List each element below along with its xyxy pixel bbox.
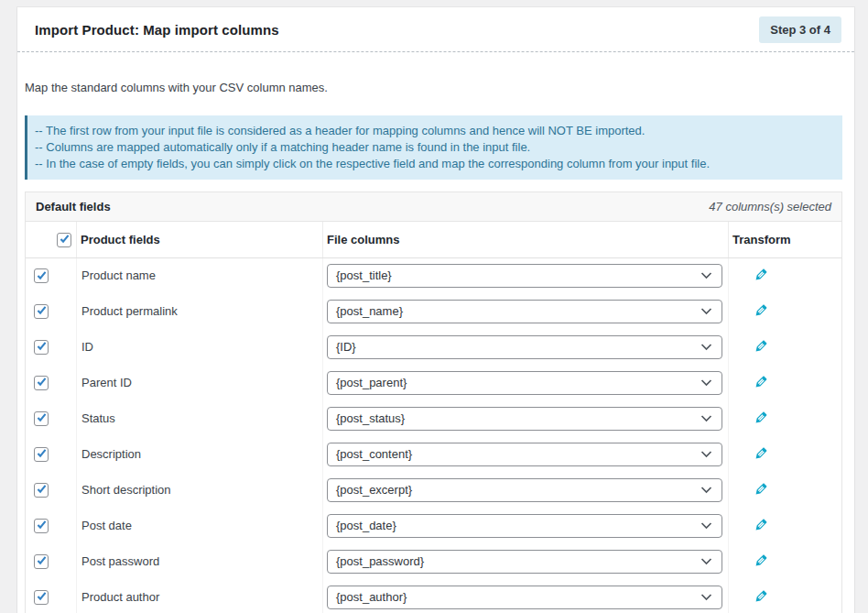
row-checkbox[interactable] [34, 411, 49, 426]
step-badge: Step 3 of 4 [759, 16, 841, 43]
transform-edit-button[interactable] [754, 445, 769, 461]
checkmark-icon [36, 411, 48, 423]
file-column-select[interactable]: {post_status} [327, 407, 722, 431]
selection-count: 47 columns(s) selected [709, 200, 831, 213]
pencil-icon [754, 481, 769, 497]
select-all-checkbox[interactable] [57, 233, 71, 247]
file-column-select-value: {post_name} [336, 304, 403, 318]
file-column-select[interactable]: {post_name} [327, 300, 722, 323]
product-field-label: Post date [77, 508, 323, 543]
intro-text: Map the standard columns with your CSV c… [25, 81, 842, 94]
checkmark-icon [36, 376, 48, 388]
transform-edit-button[interactable] [754, 481, 769, 497]
file-column-select[interactable]: {post_author} [327, 586, 722, 609]
mapping-table-row: Post date {post_date} [26, 508, 841, 543]
transform-edit-button[interactable] [754, 338, 769, 354]
row-checkbox[interactable] [34, 376, 49, 390]
chevron-down-icon [700, 414, 712, 422]
checkmark-icon [36, 519, 48, 531]
pencil-icon [754, 553, 769, 568]
file-column-select-value: {post_date} [336, 519, 396, 532]
row-checkbox[interactable] [34, 590, 49, 605]
notice-line: -- Columns are mapped automatically only… [35, 139, 831, 156]
pencil-icon [754, 302, 769, 318]
product-field-label: Product permalink [77, 293, 323, 329]
file-column-select[interactable]: {post_excerpt} [327, 478, 722, 502]
file-column-select-value: {post_parent} [336, 376, 407, 389]
checkmark-icon [36, 340, 48, 352]
chevron-down-icon [700, 450, 712, 458]
file-column-select[interactable]: {post_content} [327, 443, 722, 466]
row-checkbox[interactable] [34, 304, 49, 319]
file-column-select[interactable]: {ID} [327, 335, 722, 359]
file-column-select-value: {post_password} [336, 554, 424, 568]
mapping-table-row: Description {post_content} [26, 436, 841, 472]
file-column-select-value: {post_title} [336, 268, 392, 282]
row-checkbox[interactable] [34, 268, 49, 283]
section-title: Default fields [36, 200, 111, 213]
chevron-down-icon [700, 343, 712, 351]
file-column-select[interactable]: {post_date} [327, 514, 722, 538]
info-notice: -- The first row from your input file is… [25, 115, 842, 180]
transform-edit-button[interactable] [754, 302, 769, 318]
column-header-product-fields: Product fields [77, 222, 323, 257]
chevron-down-icon [700, 378, 712, 387]
chevron-down-icon [700, 307, 712, 315]
row-checkbox[interactable] [34, 554, 49, 569]
product-field-label: Product author [77, 579, 323, 613]
mapping-table-row: Product permalink {post_name} [26, 293, 841, 329]
product-field-label: Short description [77, 472, 323, 508]
checkmark-icon [36, 269, 48, 281]
checkmark-icon [36, 554, 48, 566]
file-column-select[interactable]: {post_parent} [327, 371, 722, 395]
default-fields-section: Default fields 47 columns(s) selected Pr… [25, 192, 842, 613]
file-column-select-value: {post_excerpt} [336, 483, 412, 497]
row-checkbox[interactable] [34, 519, 49, 533]
mapping-table-row: Parent ID {post_parent} [26, 365, 841, 400]
column-header-file-columns: File columns [323, 222, 729, 257]
file-column-select[interactable]: {post_title} [327, 264, 722, 288]
column-header-transform: Transform [729, 222, 842, 257]
file-column-select-value: {post_status} [336, 411, 405, 425]
transform-edit-button[interactable] [754, 588, 769, 604]
pencil-icon [754, 517, 769, 532]
product-field-label: ID [77, 329, 323, 365]
pencil-icon [754, 374, 769, 389]
file-column-select-value: {post_author} [336, 590, 407, 604]
pencil-icon [754, 588, 769, 604]
chevron-down-icon [700, 486, 712, 494]
transform-edit-button[interactable] [754, 410, 769, 425]
mapping-table-row: Product author {post_author} [26, 579, 841, 613]
checkmark-icon [36, 304, 48, 316]
row-checkbox[interactable] [34, 483, 49, 498]
table-header-row: Product fields File columns Transform [26, 222, 841, 257]
mapping-table-row: ID {ID} [26, 329, 841, 365]
section-header-bar: Default fields 47 columns(s) selected [26, 192, 841, 222]
mapping-table-row: Status {post_status} [26, 400, 841, 436]
page-title: Import Product: Map import columns [35, 22, 279, 38]
transform-edit-button[interactable] [754, 553, 769, 568]
import-wizard-card: Import Product: Map import columns Step … [17, 7, 854, 613]
chevron-down-icon [700, 593, 712, 601]
chevron-down-icon [700, 521, 712, 530]
notice-line: -- The first row from your input file is… [35, 123, 831, 139]
product-field-label: Product name [77, 257, 323, 293]
transform-edit-button[interactable] [754, 374, 769, 389]
row-checkbox[interactable] [34, 447, 49, 462]
mapping-table-row: Post password {post_password} [26, 543, 841, 579]
product-field-label: Status [77, 400, 323, 436]
chevron-down-icon [700, 271, 712, 279]
pencil-icon [754, 410, 769, 425]
transform-edit-button[interactable] [754, 267, 769, 282]
file-column-select-value: {ID} [336, 340, 356, 354]
checkmark-icon [36, 483, 48, 495]
chevron-down-icon [700, 557, 712, 565]
pencil-icon [754, 267, 769, 282]
file-column-select-value: {post_content} [336, 447, 412, 461]
file-column-select[interactable]: {post_password} [327, 550, 722, 574]
row-checkbox[interactable] [34, 340, 49, 355]
checkmark-icon [59, 233, 71, 245]
page: { "header": { "title": "Import Product: … [0, 0, 868, 613]
product-field-label: Description [77, 436, 323, 472]
transform-edit-button[interactable] [754, 517, 769, 532]
